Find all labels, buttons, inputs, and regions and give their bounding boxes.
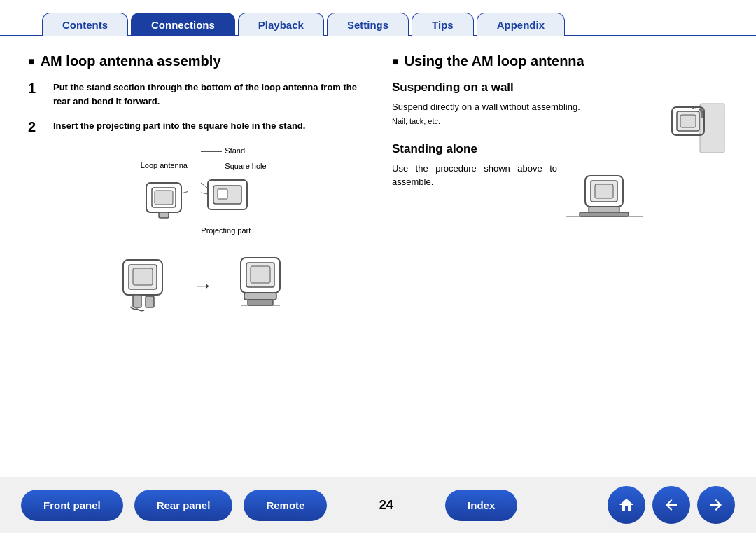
tab-playback[interactable]: Playback — [238, 13, 324, 36]
rear-panel-button[interactable]: Rear panel — [134, 490, 233, 521]
step-1: 1 Put the stand section through the bott… — [28, 81, 364, 108]
svg-line-9 — [201, 193, 208, 194]
svg-line-8 — [201, 183, 208, 188]
tab-contents[interactable]: Contents — [42, 13, 128, 36]
svg-rect-13 — [133, 295, 141, 307]
svg-rect-18 — [244, 293, 276, 300]
svg-line-4 — [181, 188, 188, 193]
step-2-text: Insert the projecting part into the squa… — [53, 119, 305, 133]
antenna-assembly-diagram: Loop antenna — [42, 146, 364, 317]
loop-antenna-label: Loop antenna — [141, 161, 188, 169]
remote-button[interactable]: Remote — [244, 490, 327, 521]
svg-rect-7 — [218, 189, 227, 199]
navigation-icons — [608, 486, 735, 524]
after-assembly-svg — [227, 254, 297, 317]
standing-svg — [566, 162, 643, 225]
svg-rect-24 — [680, 115, 696, 127]
tab-tips[interactable]: Tips — [412, 13, 474, 36]
assembly-arrow: → — [193, 275, 213, 297]
main-content: AM loop antenna assembly 1 Put the stand… — [0, 36, 756, 477]
assembly-sequence: → — [109, 254, 297, 317]
back-icon — [663, 497, 680, 513]
stand-svg — [201, 173, 257, 222]
tab-settings[interactable]: Settings — [327, 13, 409, 36]
back-button[interactable] — [652, 486, 690, 524]
svg-rect-31 — [595, 184, 613, 198]
left-section: AM loop antenna assembly 1 Put the stand… — [28, 53, 364, 477]
top-navigation: Contents Connections Playback Settings T… — [0, 0, 756, 36]
square-hole-label: Square hole — [225, 162, 266, 170]
step-2-number: 2 — [28, 119, 45, 135]
svg-rect-19 — [248, 300, 273, 305]
step-1-text: Put the stand section through the bottom… — [53, 81, 364, 108]
front-panel-button[interactable]: Front panel — [21, 490, 123, 521]
right-section-title: Using the AM loop antenna — [392, 53, 728, 69]
suspending-wall-title: Suspending on a wall — [392, 81, 728, 95]
projecting-part-label: Projecting part — [201, 226, 251, 235]
bottom-navigation-bar: Front panel Rear panel Remote 24 Index — [0, 477, 756, 533]
home-icon — [618, 497, 635, 513]
right-section: Using the AM loop antenna Suspending on … — [392, 53, 728, 477]
svg-rect-33 — [580, 212, 629, 216]
step-2: 2 Insert the projecting part into the sq… — [28, 119, 364, 135]
forward-icon — [708, 497, 724, 513]
loop-antenna-svg — [139, 172, 188, 221]
svg-rect-12 — [133, 268, 153, 285]
forward-button[interactable] — [697, 486, 735, 524]
index-button[interactable]: Index — [445, 490, 517, 521]
svg-rect-32 — [589, 207, 620, 212]
before-assembly-svg — [109, 254, 179, 317]
svg-rect-14 — [146, 296, 154, 307]
step-1-number: 1 — [28, 81, 45, 97]
suspending-wall-section: Suspending on a wall Suspend directly on… — [392, 81, 728, 125]
svg-rect-3 — [159, 212, 169, 218]
svg-rect-2 — [155, 191, 173, 205]
home-button[interactable] — [608, 486, 645, 524]
svg-rect-17 — [251, 266, 270, 283]
left-section-title: AM loop antenna assembly — [28, 53, 364, 69]
tab-connections[interactable]: Connections — [131, 13, 235, 36]
page-number: 24 — [352, 498, 420, 513]
tab-appendix[interactable]: Appendix — [477, 13, 565, 36]
stand-label: Stand — [225, 146, 245, 155]
wall-mount-svg — [651, 100, 728, 167]
